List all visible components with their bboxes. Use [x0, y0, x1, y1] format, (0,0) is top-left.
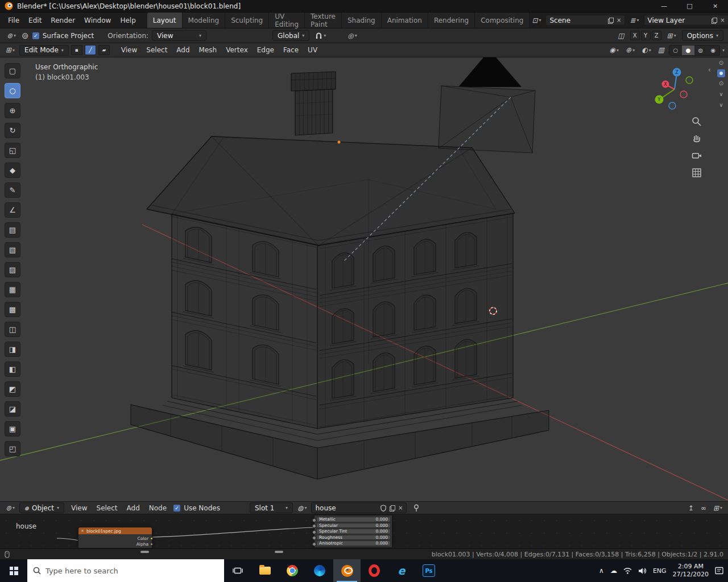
tool-measure[interactable]: ∠: [5, 202, 20, 218]
close-icon[interactable]: ×: [81, 529, 84, 533]
options-dropdown[interactable]: Options ▾: [682, 30, 723, 41]
menubar-item[interactable]: File: [3, 15, 24, 26]
viewport-menu-item[interactable]: Face: [279, 45, 303, 55]
tool-smooth[interactable]: ◧: [5, 361, 20, 377]
material-name-field[interactable]: house ×: [311, 502, 407, 513]
socket-dot-icon[interactable]: [150, 537, 153, 540]
viewport-3d[interactable]: User Orthographic (1) block01.003 ▢○⊕↻◱◆…: [0, 57, 728, 501]
axis-minus-y-ball[interactable]: [686, 77, 693, 84]
tool-transform[interactable]: ◆: [5, 163, 20, 178]
close-button[interactable]: ×: [702, 0, 728, 12]
shading-material-button[interactable]: ◍: [694, 45, 707, 55]
pin-icon[interactable]: [413, 504, 419, 512]
snap-target-button[interactable]: ⊞ ▾: [665, 30, 679, 41]
shader-editor[interactable]: house × block01spec.jpg Color Alpha Meta…: [0, 514, 728, 548]
node-snap-button[interactable]: ⊞ ▾: [711, 502, 725, 513]
gizmos-button[interactable]: ⊕ ▾: [623, 45, 637, 56]
workspace-tab[interactable]: Animation: [382, 13, 428, 28]
mirror-axis-toggle[interactable]: X: [630, 31, 640, 40]
workspace-tab[interactable]: UV Editing: [269, 13, 305, 28]
menubar-item[interactable]: Edit: [24, 15, 46, 26]
material-slot-dropdown[interactable]: Slot 1 ▾: [250, 502, 293, 513]
tool-bevel[interactable]: ▨: [5, 262, 20, 277]
menubar-item[interactable]: Help: [115, 15, 140, 26]
wifi-icon[interactable]: [623, 567, 632, 574]
taskbar-clock[interactable]: 2:09 AM 27/12/2020: [673, 563, 709, 579]
node-editor-menu-item[interactable]: Select: [92, 503, 122, 513]
face-select-mode-button[interactable]: ▰: [98, 45, 110, 55]
shader-type-dropdown[interactable]: ● Object ▾: [19, 502, 64, 513]
photoshop-button[interactable]: Ps: [415, 559, 442, 582]
xray-toggle-button[interactable]: ▥: [656, 45, 667, 56]
workspace-tab[interactable]: Texture Paint: [305, 13, 342, 28]
node-slider[interactable]: Metallic 0.000: [316, 517, 391, 522]
node-slider[interactable]: Specular Tint 0.000: [316, 529, 391, 534]
node-editor-menu-item[interactable]: Node: [144, 503, 171, 513]
taskbar-search-input[interactable]: [46, 559, 224, 582]
scrollbar-handle[interactable]: [275, 551, 283, 553]
node-slider[interactable]: Specular 0.000: [316, 523, 391, 529]
viewport-menu-item[interactable]: Add: [172, 45, 194, 55]
tool-loop-cut[interactable]: ▦: [5, 282, 20, 297]
copy-icon[interactable]: [608, 18, 613, 23]
view-layer-browse-button[interactable]: ≣ ▾: [627, 15, 641, 26]
viewport-menu-item[interactable]: Edge: [253, 45, 279, 55]
node-editor-menu-item[interactable]: View: [67, 503, 92, 513]
tool-extrude-region[interactable]: ▤: [5, 222, 20, 238]
object-visibility-button[interactable]: ◉ ▾: [607, 45, 622, 56]
volume-icon[interactable]: [638, 567, 647, 575]
tool-select-circle[interactable]: ○: [5, 83, 20, 98]
menubar-item[interactable]: Render: [46, 15, 80, 26]
opera-button[interactable]: [361, 559, 388, 582]
task-view-button[interactable]: [224, 559, 251, 582]
menubar-item[interactable]: Window: [80, 15, 115, 26]
tool-rip-region[interactable]: ◰: [5, 441, 20, 456]
edge-select-mode-button[interactable]: ╱: [85, 45, 96, 55]
viewport-menu-item[interactable]: View: [117, 45, 142, 55]
node-socket-row[interactable]: Color: [78, 535, 152, 541]
viewport-menu-item[interactable]: UV: [303, 45, 322, 55]
socket-dot-icon[interactable]: [150, 543, 153, 546]
shading-solid-button[interactable]: ●: [682, 45, 694, 55]
viewport-menu-item[interactable]: Select: [142, 45, 172, 55]
use-nodes-checkbox[interactable]: ✓ Use Nodes: [173, 504, 220, 512]
node-editor-type-button[interactable]: ⊚ ▾: [3, 502, 17, 513]
viewport-menu-item[interactable]: Vertex: [221, 45, 253, 55]
eye-icon[interactable]: ⊙: [719, 59, 723, 68]
tool-scale[interactable]: ◱: [5, 143, 20, 158]
surface-project-checkbox[interactable]: ✓ Surface Project: [32, 32, 94, 40]
workspace-tab[interactable]: Rendering: [428, 13, 475, 28]
workspace-tab[interactable]: Modeling: [183, 13, 226, 28]
tool-shear[interactable]: ▣: [5, 421, 20, 436]
tool-knife[interactable]: ▩: [5, 302, 20, 317]
mode-dropdown[interactable]: Edit Mode ▾: [19, 45, 69, 56]
material-browse-button[interactable]: ◍ ▾: [295, 502, 309, 513]
tool-spin[interactable]: ◨: [5, 342, 20, 357]
tray-expand-icon[interactable]: ∧: [599, 567, 604, 575]
collapse-region-icon[interactable]: ‹: [708, 65, 711, 74]
viewport-menu-item[interactable]: Mesh: [195, 45, 222, 55]
tool-rotate[interactable]: ↻: [5, 123, 20, 138]
chevron-down-icon[interactable]: ∨: [719, 101, 723, 110]
chevron-down-icon[interactable]: ∨: [719, 90, 723, 99]
internet-explorer-button[interactable]: e: [388, 559, 415, 582]
image-node-header[interactable]: × block01spec.jpg: [78, 527, 152, 534]
active-sidebar-tab-icon[interactable]: [717, 69, 725, 77]
shading-rendered-button[interactable]: ◉: [707, 45, 719, 55]
tool-edge-slide[interactable]: ◩: [5, 381, 20, 397]
node-insert-icon[interactable]: ↥: [686, 502, 696, 513]
shading-wireframe-button[interactable]: ○: [669, 45, 682, 55]
taskbar-search[interactable]: [27, 559, 224, 582]
copy-icon[interactable]: [390, 505, 395, 511]
proportional-editing-button[interactable]: ◎ ▾: [345, 30, 359, 41]
workspace-tab[interactable]: Layout: [147, 13, 183, 28]
node-auto-offset-icon[interactable]: ∞: [698, 502, 709, 513]
vertex-select-mode-button[interactable]: ▪: [71, 45, 82, 55]
action-center-icon[interactable]: [715, 567, 723, 575]
tool-shrink-fatten[interactable]: ◪: [5, 401, 20, 417]
node-slider[interactable]: Roughness 0.000: [316, 535, 391, 541]
edge-button[interactable]: [306, 559, 333, 582]
axis-minus-x-ball[interactable]: [680, 91, 687, 98]
onedrive-cloud-icon[interactable]: ☁: [610, 567, 617, 575]
navigation-gizmo[interactable]: Z Y X: [651, 64, 698, 114]
